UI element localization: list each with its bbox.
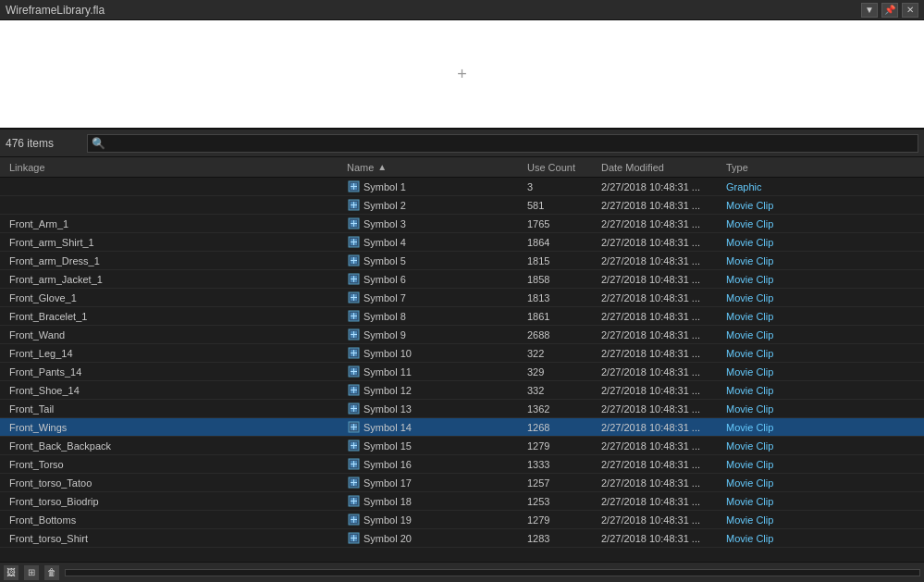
cell-name: Symbol 7 <box>347 291 527 304</box>
cell-usecount: 329 <box>527 366 601 378</box>
cell-datemod: 2/27/2018 10:48:31 ... <box>601 440 726 452</box>
cell-linkage: Front_Tail <box>0 403 347 415</box>
symbol-icon <box>347 532 360 545</box>
col-header-type[interactable]: Type <box>726 162 924 173</box>
bottom-bar: 🖼 ⊞ 🗑 <box>0 562 924 582</box>
table-row[interactable]: Front_torso_Biodrip Symbol 18 1253 2/27/… <box>0 492 924 511</box>
cell-usecount: 1362 <box>527 403 601 415</box>
cell-type: Movie Clip <box>726 348 924 359</box>
search-box[interactable]: 🔍 <box>87 134 918 153</box>
cell-name-text: Symbol 11 <box>363 366 412 378</box>
cell-name-text: Symbol 9 <box>363 329 406 341</box>
table-row[interactable]: Front_Bottoms Symbol 19 1279 2/27/2018 1… <box>0 511 924 529</box>
cell-type: Movie Clip <box>726 200 924 211</box>
cell-linkage: Front_torso_Tatoo <box>0 477 347 489</box>
cell-linkage: Front_Back_Backpack <box>0 440 347 452</box>
col-header-usecount[interactable]: Use Count <box>527 162 601 173</box>
cell-usecount: 1864 <box>527 237 601 248</box>
cell-usecount: 2688 <box>527 329 601 341</box>
cell-linkage: Front_Wand <box>0 329 347 341</box>
col-header-datemod[interactable]: Date Modified <box>601 162 726 173</box>
cell-linkage: Front_arm_Shirt_1 <box>0 237 347 248</box>
cell-name-text: Symbol 13 <box>363 403 412 415</box>
symbol-icon <box>347 273 360 286</box>
search-input[interactable] <box>109 138 914 149</box>
table-row[interactable]: Front_torso_Shirt Symbol 20 1283 2/27/20… <box>0 529 924 548</box>
table-row[interactable]: Front_Bracelet_1 Symbol 8 1861 2/27/2018… <box>0 307 924 326</box>
table-row[interactable]: Front_Torso Symbol 16 1333 2/27/2018 10:… <box>0 455 924 474</box>
cell-name-text: Symbol 15 <box>363 440 412 452</box>
table-body[interactable]: Symbol 1 3 2/27/2018 10:48:31 ... Graphi… <box>0 178 924 562</box>
cell-datemod: 2/27/2018 10:48:31 ... <box>601 255 726 266</box>
cell-type: Movie Clip <box>726 422 924 433</box>
bottom-delete-icon[interactable]: 🗑 <box>44 565 59 580</box>
preview-area: + <box>0 20 924 130</box>
cell-linkage: Front_Shoe_14 <box>0 385 347 396</box>
cell-linkage: Front_torso_Shirt <box>0 533 347 544</box>
col-header-name[interactable]: Name ▲ <box>347 162 527 173</box>
cell-name-text: Symbol 5 <box>363 255 406 266</box>
cell-usecount: 1813 <box>527 292 601 303</box>
cell-datemod: 2/27/2018 10:48:31 ... <box>601 514 726 526</box>
cell-usecount: 322 <box>527 348 601 359</box>
col-header-linkage[interactable]: Linkage <box>0 162 347 173</box>
cell-usecount: 1283 <box>527 533 601 544</box>
cell-linkage: Front_Bracelet_1 <box>0 311 347 322</box>
symbol-icon <box>347 495 360 508</box>
table-row[interactable]: Front_Back_Backpack Symbol 15 1279 2/27/… <box>0 437 924 455</box>
table-row[interactable]: Front_Leg_14 Symbol 10 322 2/27/2018 10:… <box>0 344 924 363</box>
preview-plus-icon: + <box>457 65 467 84</box>
cell-usecount: 1333 <box>527 459 601 470</box>
symbol-icon <box>347 236 360 249</box>
cell-datemod: 2/27/2018 10:48:31 ... <box>601 496 726 507</box>
cell-name: Symbol 20 <box>347 532 527 545</box>
cell-usecount: 1279 <box>527 440 601 452</box>
cell-name-text: Symbol 20 <box>363 533 412 544</box>
cell-linkage: Front_arm_Dress_1 <box>0 255 347 266</box>
title-bar-close[interactable]: ✕ <box>902 3 918 18</box>
cell-datemod: 2/27/2018 10:48:31 ... <box>601 348 726 359</box>
symbol-icon <box>347 421 360 434</box>
cell-usecount: 1257 <box>527 477 601 489</box>
cell-linkage: Front_Wings <box>0 422 347 433</box>
symbol-icon <box>347 291 360 304</box>
symbol-icon <box>347 402 360 415</box>
table-row[interactable]: Front_arm_Jacket_1 Symbol 6 1858 2/27/20… <box>0 270 924 289</box>
cell-type: Movie Clip <box>726 255 924 266</box>
table-row[interactable]: Symbol 1 3 2/27/2018 10:48:31 ... Graphi… <box>0 178 924 196</box>
title-bar-pin[interactable]: 📌 <box>881 3 898 18</box>
cell-type: Movie Clip <box>726 533 924 544</box>
cell-linkage: Front_torso_Biodrip <box>0 496 347 507</box>
cell-name: Symbol 6 <box>347 273 527 286</box>
table-row[interactable]: Front_Pants_14 Symbol 11 329 2/27/2018 1… <box>0 363 924 381</box>
cell-name-text: Symbol 2 <box>363 200 406 211</box>
symbol-icon <box>347 328 360 341</box>
cell-linkage: Front_Glove_1 <box>0 292 347 303</box>
title-bar-dropdown[interactable]: ▼ <box>861 3 878 18</box>
table-row[interactable]: Front_Tail Symbol 13 1362 2/27/2018 10:4… <box>0 400 924 418</box>
cell-datemod: 2/27/2018 10:48:31 ... <box>601 477 726 489</box>
table-row[interactable]: Front_Shoe_14 Symbol 12 332 2/27/2018 10… <box>0 381 924 400</box>
cell-type: Movie Clip <box>726 440 924 452</box>
symbol-icon <box>347 440 360 452</box>
symbol-icon <box>347 514 360 526</box>
cell-name: Symbol 13 <box>347 402 527 415</box>
bottom-grid-icon[interactable]: ⊞ <box>24 565 39 580</box>
bottom-new-icon[interactable]: 🖼 <box>4 565 18 580</box>
cell-name-text: Symbol 17 <box>363 477 412 489</box>
table-row[interactable]: Front_arm_Shirt_1 Symbol 4 1864 2/27/201… <box>0 233 924 252</box>
table-row[interactable]: Front_arm_Dress_1 Symbol 5 1815 2/27/201… <box>0 252 924 270</box>
table-row[interactable]: Symbol 2 581 2/27/2018 10:48:31 ... Movi… <box>0 196 924 215</box>
symbol-icon <box>347 199 360 212</box>
cell-type: Graphic <box>726 181 924 192</box>
cell-datemod: 2/27/2018 10:48:31 ... <box>601 237 726 248</box>
table-row[interactable]: Front_torso_Tatoo Symbol 17 1257 2/27/20… <box>0 474 924 492</box>
table-row[interactable]: Front_Arm_1 Symbol 3 1765 2/27/2018 10:4… <box>0 215 924 233</box>
table-row[interactable]: Front_Glove_1 Symbol 7 1813 2/27/2018 10… <box>0 289 924 307</box>
symbol-icon <box>347 217 360 230</box>
cell-datemod: 2/27/2018 10:48:31 ... <box>601 385 726 396</box>
table-row[interactable]: Front_Wand Symbol 9 2688 2/27/2018 10:48… <box>0 326 924 344</box>
table-row[interactable]: Front_Wings Symbol 14 1268 2/27/2018 10:… <box>0 418 924 437</box>
symbol-icon <box>347 477 360 489</box>
cell-type: Movie Clip <box>726 403 924 415</box>
